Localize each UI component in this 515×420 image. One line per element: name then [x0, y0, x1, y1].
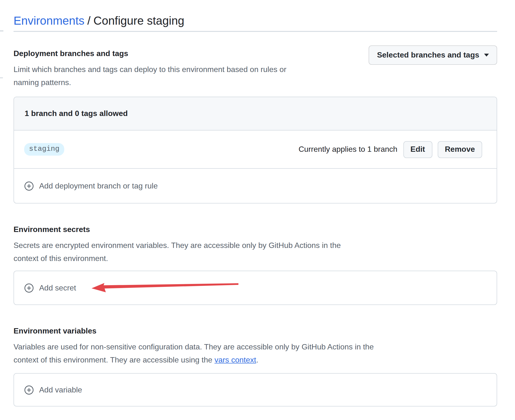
add-secret-label: Add secret: [39, 284, 76, 292]
chevron-down-icon: [484, 54, 489, 57]
environment-variables-box: Add variable: [14, 373, 497, 406]
plus-circle-icon: [24, 181, 34, 191]
environment-variables-heading: Environment variables: [14, 326, 497, 336]
add-deployment-rule-button[interactable]: Add deployment branch or tag rule: [14, 168, 497, 203]
environment-secrets-box: Add secret: [14, 271, 497, 305]
breadcrumb-separator: /: [87, 14, 90, 27]
deployment-rules-box: 1 branch and 0 tags allowed staging Curr…: [14, 97, 497, 203]
edit-rule-button[interactable]: Edit: [403, 141, 432, 158]
page-title: Environments/Configure staging: [14, 13, 497, 28]
variables-description-text: Variables are used for non-sensitive con…: [14, 343, 374, 364]
applies-to-text: Currently applies to 1 branch: [299, 145, 397, 154]
plus-circle-icon: [24, 283, 34, 293]
environment-variables-description: Variables are used for non-sensitive con…: [14, 340, 376, 366]
add-secret-button[interactable]: Add secret: [14, 271, 497, 305]
environments-breadcrumb-link[interactable]: Environments: [14, 14, 84, 27]
add-variable-label: Add variable: [39, 385, 82, 394]
left-edge-cutoff-divider: [0, 77, 3, 78]
environment-secrets-description: Secrets are encrypted environment variab…: [14, 239, 357, 265]
vars-context-link[interactable]: vars context: [214, 356, 256, 364]
branch-name-badge: staging: [24, 143, 64, 156]
deployment-branches-description: Limit which branches and tags can deploy…: [14, 63, 289, 89]
left-edge-cutoff-divider: [0, 30, 3, 31]
add-variable-button[interactable]: Add variable: [14, 374, 497, 406]
table-row: staging Currently applies to 1 branch Ed…: [14, 130, 497, 168]
title-divider: [14, 31, 497, 32]
plus-circle-icon: [24, 385, 34, 395]
selected-branches-dropdown-button[interactable]: Selected branches and tags: [369, 45, 497, 65]
variables-description-period: .: [256, 356, 258, 364]
selected-branches-dropdown-label: Selected branches and tags: [377, 51, 479, 60]
environment-secrets-heading: Environment secrets: [14, 225, 497, 234]
page-title-current: Configure staging: [94, 14, 184, 27]
page: Environments/Configure staging Selected …: [0, 0, 515, 420]
rules-summary-header: 1 branch and 0 tags allowed: [14, 97, 497, 130]
add-deployment-rule-label: Add deployment branch or tag rule: [39, 181, 158, 190]
remove-rule-button[interactable]: Remove: [438, 141, 482, 158]
